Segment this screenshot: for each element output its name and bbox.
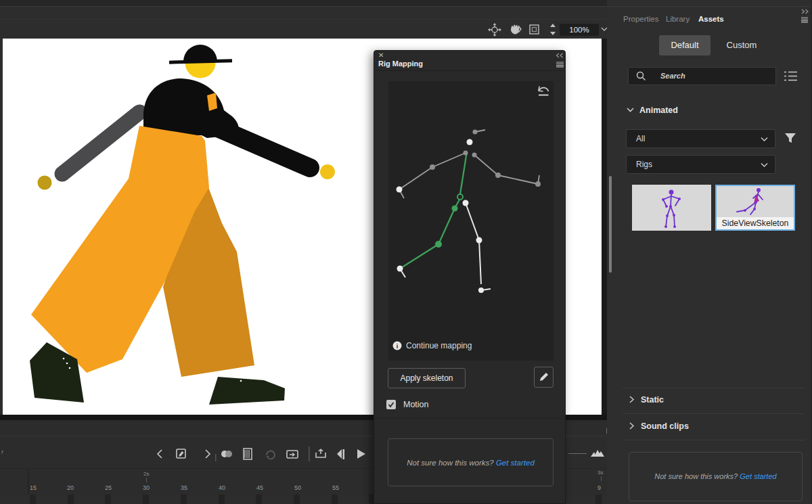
svg-text:Continue mapping: Continue mapping [406,341,472,350]
svg-text:i: i [397,343,399,350]
